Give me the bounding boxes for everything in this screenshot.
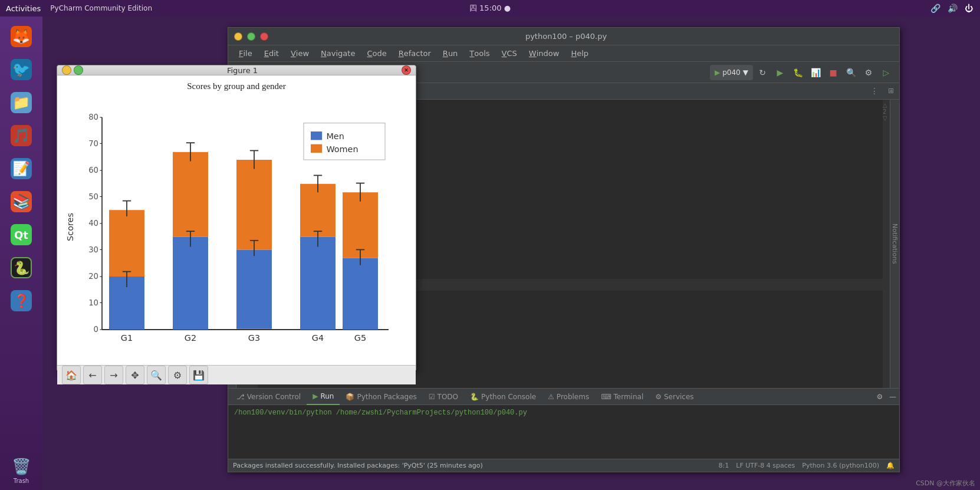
pycharm-title: python100 – p040.py bbox=[268, 32, 864, 41]
taskbar-pycharm[interactable]: 🐍 bbox=[7, 254, 35, 282]
pycharm-maximize-button[interactable] bbox=[247, 32, 255, 41]
run-config-run-icon: ▶ bbox=[715, 68, 720, 77]
taskbar-anki[interactable]: 📚 bbox=[7, 188, 35, 216]
statusbar: Packages installed successfully. Install… bbox=[228, 459, 899, 472]
statusbar-message: Packages installed successfully. Install… bbox=[233, 462, 719, 469]
toolbar-run-button[interactable]: ▶ bbox=[772, 64, 788, 81]
pycharm-window-controls bbox=[234, 32, 268, 41]
figure-toolbar: 🏠 ← → ✥ 🔍 ⚙ 💾 bbox=[57, 365, 416, 384]
chart-home-button[interactable]: 🏠 bbox=[62, 366, 81, 384]
svg-text:G2: G2 bbox=[185, 333, 196, 343]
editor-tabs-more[interactable]: ⋮ bbox=[866, 83, 883, 99]
menu-help[interactable]: Help bbox=[565, 45, 594, 61]
chart-configure-button[interactable]: ⚙ bbox=[168, 366, 187, 384]
toolbar-deploy-button[interactable]: ▷ bbox=[878, 64, 895, 81]
run-config-name: p040 bbox=[722, 68, 741, 77]
bottom-tab-todo[interactable]: ☑ TODO bbox=[423, 389, 464, 405]
svg-text:80: 80 bbox=[88, 113, 98, 121]
svg-rect-46 bbox=[304, 123, 385, 160]
menu-tools[interactable]: Tools bbox=[463, 45, 495, 61]
figure-maximize-button[interactable] bbox=[74, 65, 83, 75]
toolbar-refresh-button[interactable]: ↻ bbox=[754, 64, 771, 81]
power-icon[interactable]: ⏻ bbox=[965, 4, 973, 13]
statusbar-python[interactable]: Python 3.6 (python100) bbox=[802, 462, 879, 469]
taskbar-firefox[interactable]: 🦊 bbox=[7, 22, 35, 51]
chart-back-button[interactable]: ← bbox=[83, 366, 102, 384]
figure-minimize-button[interactable] bbox=[62, 65, 71, 75]
bottom-tab-terminal[interactable]: ⌨ Terminal bbox=[595, 389, 649, 405]
toolbar-settings-button[interactable]: ⚙ bbox=[860, 64, 877, 81]
run-tab-icon: ▶ bbox=[313, 392, 318, 400]
toolbar-debug-button[interactable]: 🐛 bbox=[790, 64, 806, 81]
editor-tab-settings[interactable]: ⊞ bbox=[883, 83, 899, 99]
menu-view[interactable]: View bbox=[285, 45, 315, 61]
toolbar-stop-button[interactable]: ■ bbox=[825, 64, 841, 81]
bottom-tab-python-console[interactable]: 🐍 Python Console bbox=[464, 389, 542, 405]
svg-text:G1: G1 bbox=[121, 333, 133, 343]
menu-vcs[interactable]: VCS bbox=[496, 45, 523, 61]
statusbar-position[interactable]: 8:1 bbox=[719, 462, 729, 469]
bottom-panel-close-button[interactable]: — bbox=[886, 390, 899, 403]
run-config-dropdown[interactable]: ▶ p040 ▼ bbox=[710, 65, 753, 80]
bottom-panel-settings-button[interactable]: ⚙ bbox=[873, 390, 886, 403]
menu-refactor[interactable]: Refactor bbox=[393, 45, 437, 61]
toolbar-search-button[interactable]: 🔍 bbox=[843, 64, 859, 81]
notifications-panel[interactable]: Notifications bbox=[890, 100, 899, 388]
menu-file[interactable]: File bbox=[233, 45, 258, 61]
taskbar-help[interactable]: ❓ bbox=[7, 287, 35, 315]
pycharm-close-button[interactable] bbox=[260, 32, 268, 41]
figure-close-button[interactable]: ✕ bbox=[402, 65, 411, 75]
bar-g3-men bbox=[236, 249, 272, 328]
statusbar-notification-icon: 🔔 bbox=[886, 462, 895, 469]
taskbar-thunderbird[interactable]: 🐦 bbox=[7, 55, 35, 84]
pycharm-minimize-button[interactable] bbox=[234, 32, 242, 41]
bottom-panel-tabs: ⎇ Version Control ▶ Run 📦 Python Package… bbox=[228, 389, 899, 405]
toolbar-run-coverage-button[interactable]: 📊 bbox=[807, 64, 824, 81]
svg-text:Men: Men bbox=[326, 131, 344, 141]
taskbar-files[interactable]: 📁 bbox=[7, 88, 35, 117]
bottom-tab-version-control[interactable]: ⎇ Version Control bbox=[231, 389, 307, 405]
volume-icon[interactable]: 🔊 bbox=[948, 4, 958, 13]
trash-label: Trash bbox=[14, 478, 29, 484]
svg-text:60: 60 bbox=[88, 166, 98, 175]
taskbar-rhythmbox[interactable]: 🎵 bbox=[7, 121, 35, 150]
taskbar-trash[interactable]: 🗑️ Trash bbox=[7, 456, 35, 484]
taskbar-writer[interactable]: 📝 bbox=[7, 154, 35, 183]
network-icon[interactable]: 🔗 bbox=[930, 4, 940, 13]
system-tray: 🔗 🔊 ⏻ bbox=[930, 4, 980, 13]
svg-text:50: 50 bbox=[88, 192, 98, 201]
version-control-icon: ⎇ bbox=[236, 393, 245, 401]
scrollbar[interactable]: △ 2 ▽ bbox=[883, 100, 890, 388]
chart-zoom-button[interactable]: 🔍 bbox=[147, 366, 166, 384]
chart-forward-button[interactable]: → bbox=[104, 366, 123, 384]
bottom-tab-python-packages[interactable]: 📦 Python Packages bbox=[340, 389, 422, 405]
statusbar-encoding[interactable]: LF UTF-8 4 spaces bbox=[736, 462, 795, 469]
bottom-tab-problems[interactable]: ⚠ Problems bbox=[542, 389, 595, 405]
system-bar: Activities PyCharm Community Edition 四 1… bbox=[0, 0, 980, 17]
bottom-tab-services[interactable]: ⚙ Services bbox=[649, 389, 699, 405]
taskbar-qt[interactable]: Qt bbox=[7, 221, 35, 249]
run-config-chevron: ▼ bbox=[743, 68, 748, 77]
activities-button[interactable]: Activities bbox=[6, 4, 41, 13]
chart-move-button[interactable]: ✥ bbox=[126, 366, 144, 384]
svg-text:0: 0 bbox=[94, 325, 98, 334]
menu-navigate[interactable]: Navigate bbox=[315, 45, 361, 61]
bar-g3-women bbox=[236, 160, 272, 249]
packages-icon: 📦 bbox=[346, 393, 354, 401]
svg-text:G5: G5 bbox=[354, 333, 366, 343]
chart-svg: Scores 0 10 20 30 40 50 60 bbox=[63, 95, 410, 359]
terminal-icon: ⌨ bbox=[601, 393, 611, 401]
statusbar-right: 8:1 LF UTF-8 4 spaces Python 3.6 (python… bbox=[719, 462, 895, 469]
bottom-tab-run[interactable]: ▶ Run bbox=[307, 389, 340, 405]
menu-window[interactable]: Window bbox=[523, 45, 565, 61]
svg-rect-49 bbox=[311, 144, 322, 153]
menu-run[interactable]: Run bbox=[437, 45, 464, 61]
bottom-panel-content: /hon100/venv/bin/python /home/zwshi/Pych… bbox=[228, 405, 899, 459]
svg-text:70: 70 bbox=[88, 139, 98, 148]
bar-g2-women bbox=[173, 152, 208, 237]
chart-save-button[interactable]: 💾 bbox=[189, 366, 208, 384]
svg-text:G4: G4 bbox=[312, 333, 324, 343]
system-time: 四 15:00 ● bbox=[469, 3, 511, 14]
menu-code[interactable]: Code bbox=[361, 45, 392, 61]
menu-edit[interactable]: Edit bbox=[258, 45, 285, 61]
